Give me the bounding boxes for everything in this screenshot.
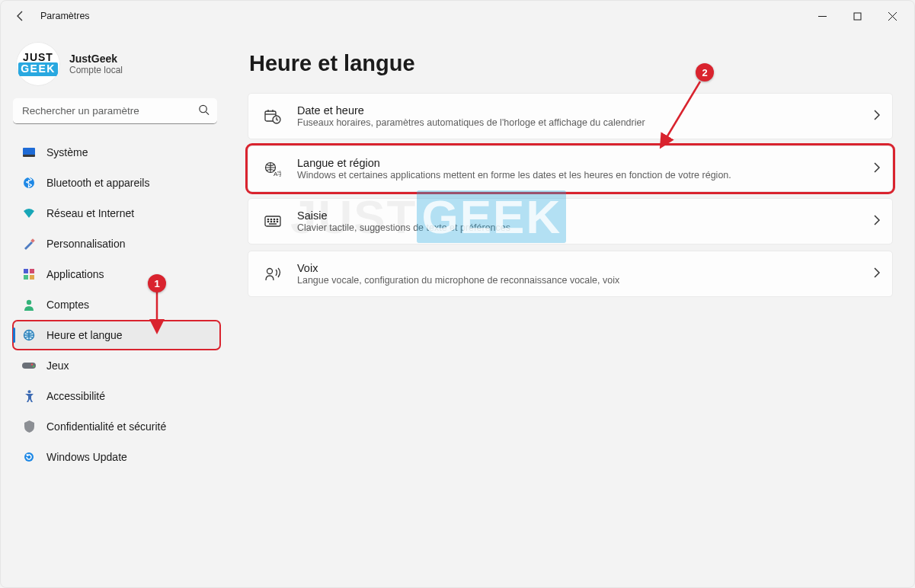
sidebar-item-label: Système xyxy=(46,146,88,158)
minimize-button[interactable] xyxy=(805,4,840,28)
sidebar-item-privacy[interactable]: Confidentialité et sécurité xyxy=(13,412,220,441)
svg-rect-10 xyxy=(24,269,28,273)
card-desc: Fuseaux horaires, paramètres automatique… xyxy=(297,117,859,128)
annotation-callout-2: 2 xyxy=(696,63,714,81)
chevron-right-icon xyxy=(873,267,880,281)
card-text: Langue et région Windows et certaines ap… xyxy=(297,157,859,181)
card-title: Langue et région xyxy=(297,157,859,169)
svg-rect-12 xyxy=(24,275,28,280)
profile-block[interactable]: JUST GEEK JustGeek Compte local xyxy=(13,39,220,97)
sidebar-item-label: Bluetooth et appareils xyxy=(46,177,149,189)
svg-point-19 xyxy=(27,390,30,393)
search-icon xyxy=(198,104,210,119)
window-controls xyxy=(805,4,910,28)
chevron-right-icon xyxy=(873,162,880,176)
sidebar-item-gaming[interactable]: Jeux xyxy=(13,351,220,380)
globe-clock-icon xyxy=(22,329,36,341)
shield-icon xyxy=(22,420,36,433)
card-title: Date et heure xyxy=(297,104,859,117)
sidebar: JUST GEEK JustGeek Compte local Système xyxy=(1,31,229,587)
svg-point-32 xyxy=(277,219,277,219)
svg-point-30 xyxy=(270,219,271,219)
card-language-region[interactable]: A字 Langue et région Windows et certaines… xyxy=(248,145,893,192)
keyboard-icon xyxy=(262,216,283,228)
paintbrush-icon xyxy=(22,238,36,250)
svg-point-20 xyxy=(24,452,34,462)
svg-text:A字: A字 xyxy=(274,171,281,177)
svg-point-14 xyxy=(27,299,31,304)
settings-window: Paramètres JUST GEEK JustGeek xyxy=(0,0,915,588)
sidebar-item-network[interactable]: Réseau et Internet xyxy=(13,199,220,228)
sidebar-item-label: Personnalisation xyxy=(46,238,126,250)
wifi-icon xyxy=(22,208,36,219)
bluetooth-icon xyxy=(22,177,36,189)
sidebar-item-time-language[interactable]: Heure et langue xyxy=(13,321,220,350)
card-text: Saisie Clavier tactile, suggestions de t… xyxy=(297,209,859,233)
sidebar-item-accounts[interactable]: Comptes xyxy=(13,290,220,319)
svg-point-18 xyxy=(33,366,34,367)
svg-point-38 xyxy=(267,268,273,273)
card-voice[interactable]: Voix Langue vocale, configuration du mic… xyxy=(248,251,893,297)
annotation-callout-1: 1 xyxy=(148,274,166,292)
sidebar-item-personalization[interactable]: Personnalisation xyxy=(13,229,220,258)
sidebar-nav: Système Bluetooth et appareils Réseau et… xyxy=(13,138,220,473)
sidebar-item-label: Comptes xyxy=(46,299,89,311)
back-button[interactable] xyxy=(5,1,36,31)
search-input[interactable] xyxy=(13,98,217,124)
sidebar-item-bluetooth[interactable]: Bluetooth et appareils xyxy=(13,168,220,197)
search-box xyxy=(13,98,217,124)
svg-point-34 xyxy=(270,221,271,222)
card-text: Date et heure Fuseaux horaires, paramètr… xyxy=(297,104,859,128)
globe-language-icon: A字 xyxy=(262,161,283,177)
card-title: Voix xyxy=(297,262,859,274)
avatar: JUST GEEK xyxy=(16,42,60,86)
svg-point-31 xyxy=(274,219,274,219)
svg-rect-1 xyxy=(854,13,861,20)
maximize-icon xyxy=(853,12,862,21)
minimize-icon xyxy=(818,12,827,21)
gamepad-icon xyxy=(22,361,36,370)
sidebar-item-label: Réseau et Internet xyxy=(46,207,134,219)
sidebar-item-apps[interactable]: Applications xyxy=(13,260,220,289)
svg-rect-7 xyxy=(23,155,35,157)
profile-text: JustGeek Compte local xyxy=(69,53,123,75)
sidebar-item-label: Windows Update xyxy=(46,451,127,463)
card-title: Saisie xyxy=(297,209,859,222)
person-icon xyxy=(22,299,36,311)
svg-point-35 xyxy=(274,221,274,222)
card-typing[interactable]: Saisie Clavier tactile, suggestions de t… xyxy=(248,198,893,244)
svg-point-36 xyxy=(277,221,277,222)
card-text: Voix Langue vocale, configuration du mic… xyxy=(297,262,859,286)
avatar-text-bottom: GEEK xyxy=(18,62,58,75)
speech-icon xyxy=(262,267,283,282)
svg-point-29 xyxy=(267,219,268,219)
svg-point-33 xyxy=(267,221,268,222)
sidebar-item-system[interactable]: Système xyxy=(13,138,220,167)
svg-rect-11 xyxy=(30,269,34,273)
close-button[interactable] xyxy=(875,4,910,28)
calendar-clock-icon xyxy=(262,109,283,124)
content-area: Heure et langue Date et heure Fuseaux ho… xyxy=(229,31,914,587)
sidebar-item-accessibility[interactable]: Accessibilité xyxy=(13,382,220,411)
accessibility-icon xyxy=(22,390,36,402)
maximize-button[interactable] xyxy=(840,4,875,28)
title-bar: Paramètres xyxy=(1,1,914,31)
chevron-right-icon xyxy=(873,110,880,123)
card-desc: Langue vocale, configuration du micropho… xyxy=(297,275,859,286)
update-icon xyxy=(22,451,36,463)
profile-name: JustGeek xyxy=(69,53,123,65)
arrow-left-icon xyxy=(14,10,27,22)
sidebar-item-windows-update[interactable]: Windows Update xyxy=(13,443,220,471)
card-desc: Windows et certaines applications metten… xyxy=(297,170,859,181)
apps-icon xyxy=(22,269,36,280)
svg-point-4 xyxy=(200,105,206,112)
profile-account-type: Compte local xyxy=(69,65,123,75)
avatar-text-top: JUST xyxy=(23,52,53,62)
sidebar-item-label: Confidentialité et sécurité xyxy=(46,420,166,433)
chevron-right-icon xyxy=(873,215,880,228)
monitor-icon xyxy=(22,148,36,157)
sidebar-item-label: Jeux xyxy=(46,360,69,372)
svg-line-5 xyxy=(206,112,209,115)
close-icon xyxy=(888,12,897,21)
card-date-time[interactable]: Date et heure Fuseaux horaires, paramètr… xyxy=(248,93,893,139)
